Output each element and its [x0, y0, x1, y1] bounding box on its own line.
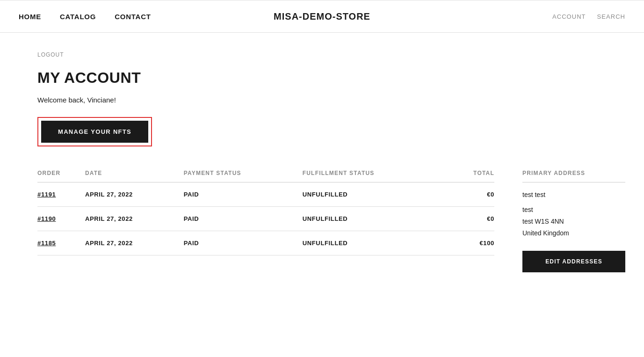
nav-right: ACCOUNT SEARCH: [552, 13, 625, 20]
site-logo: MISA-DEMO-STORE: [274, 11, 370, 22]
col-date: DATE: [85, 165, 184, 182]
col-total: TOTAL: [451, 165, 494, 182]
address-details: test test W1S 4NN United Kingdom: [522, 204, 625, 240]
fulfillment-status-cell: UNFULFILLED: [303, 182, 451, 207]
order-number-cell: #1185: [37, 231, 85, 255]
manage-nfts-button[interactable]: MANAGE YOUR NFTS: [41, 121, 148, 143]
table-header-row: ORDER DATE PAYMENT STATUS FULFILLMENT ST…: [37, 165, 494, 182]
order-link[interactable]: #1185: [37, 240, 56, 247]
orders-table: ORDER DATE PAYMENT STATUS FULFILLMENT ST…: [37, 165, 494, 255]
fulfillment-status-cell: UNFULFILLED: [303, 231, 451, 255]
order-date-cell: APRIL 27, 2022: [85, 207, 184, 231]
page-title: MY ACCOUNT: [37, 69, 625, 87]
order-number-cell: #1191: [37, 182, 85, 207]
col-payment-status: PAYMENT STATUS: [184, 165, 303, 182]
address-name: test test: [522, 191, 625, 198]
order-link[interactable]: #1190: [37, 215, 56, 222]
content-area: ORDER DATE PAYMENT STATUS FULFILLMENT ST…: [37, 165, 625, 272]
total-cell: €0: [451, 207, 494, 231]
address-section: PRIMARY ADDRESS test test test test W1S …: [522, 165, 625, 272]
nav-left: HOME CATALOG CONTACT: [19, 13, 151, 21]
table-row: #1190 APRIL 27, 2022 PAID UNFULFILLED €0: [37, 207, 494, 231]
address-line1: test: [522, 206, 533, 213]
table-row: #1185 APRIL 27, 2022 PAID UNFULFILLED €1…: [37, 231, 494, 255]
main-header: HOME CATALOG CONTACT MISA-DEMO-STORE ACC…: [0, 0, 644, 33]
nav-search[interactable]: SEARCH: [597, 13, 625, 20]
welcome-message: Welcome back, Vinciane!: [37, 96, 625, 104]
col-fulfillment-status: FULFILLMENT STATUS: [303, 165, 451, 182]
main-content: LOGOUT MY ACCOUNT Welcome back, Vinciane…: [0, 33, 644, 291]
address-line2: test W1S 4NN: [522, 218, 564, 225]
order-date-cell: APRIL 27, 2022: [85, 182, 184, 207]
total-cell: €0: [451, 182, 494, 207]
total-cell: €100: [451, 231, 494, 255]
address-section-title: PRIMARY ADDRESS: [522, 165, 625, 182]
order-date-cell: APRIL 27, 2022: [85, 231, 184, 255]
order-number-cell: #1190: [37, 207, 85, 231]
manage-nfts-wrapper: MANAGE YOUR NFTS: [37, 117, 152, 146]
orders-section: ORDER DATE PAYMENT STATUS FULFILLMENT ST…: [37, 165, 494, 272]
order-link[interactable]: #1191: [37, 191, 56, 198]
fulfillment-status-cell: UNFULFILLED: [303, 207, 451, 231]
edit-addresses-button[interactable]: EDIT ADDRESSES: [522, 251, 625, 272]
payment-status-cell: PAID: [184, 231, 303, 255]
payment-status-cell: PAID: [184, 207, 303, 231]
nav-account[interactable]: ACCOUNT: [552, 13, 586, 20]
col-order: ORDER: [37, 165, 85, 182]
nav-catalog[interactable]: CATALOG: [60, 13, 96, 21]
nav-contact[interactable]: CONTACT: [115, 13, 151, 21]
logout-link[interactable]: LOGOUT: [37, 51, 625, 58]
payment-status-cell: PAID: [184, 182, 303, 207]
nav-home[interactable]: HOME: [19, 13, 41, 21]
table-row: #1191 APRIL 27, 2022 PAID UNFULFILLED €0: [37, 182, 494, 207]
address-country: United Kingdom: [522, 229, 569, 237]
